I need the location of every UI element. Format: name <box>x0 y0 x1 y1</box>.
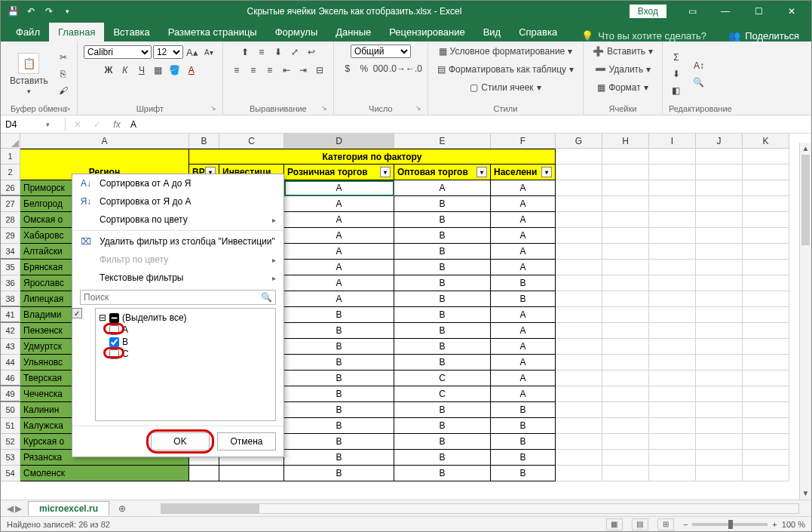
normal-view-icon[interactable]: ▦ <box>606 518 623 530</box>
format-as-table-button[interactable]: ▤Форматировать как таблицу ▾ <box>434 63 577 76</box>
cell[interactable]: A <box>491 244 556 260</box>
row-header[interactable]: 1 <box>1 149 20 165</box>
page-layout-view-icon[interactable]: ▤ <box>632 518 648 530</box>
italic-button[interactable]: К <box>118 63 133 78</box>
tab-home[interactable]: Главная <box>49 23 104 42</box>
horizontal-scrollbar[interactable] <box>161 503 799 514</box>
cell[interactable]: C <box>394 371 491 386</box>
tab-view[interactable]: Вид <box>474 23 510 42</box>
cell[interactable]: A <box>491 196 556 212</box>
checkbox-b[interactable] <box>109 337 119 347</box>
share-button[interactable]: 👥Поделиться <box>728 30 811 42</box>
tab-review[interactable]: Рецензирование <box>380 23 473 42</box>
row-header[interactable]: 53 <box>1 450 20 466</box>
cell[interactable]: B <box>394 275 491 291</box>
row-header[interactable]: 42 <box>1 323 20 339</box>
align-top-icon[interactable]: ⬆ <box>237 45 253 60</box>
comma-icon[interactable]: 000 <box>373 61 388 76</box>
cell[interactable] <box>189 466 219 481</box>
filter-search-input[interactable] <box>84 292 261 303</box>
cell[interactable]: B <box>394 307 491 323</box>
zoom-out-icon[interactable]: − <box>683 520 688 529</box>
cell[interactable]: B <box>284 418 394 434</box>
autosum-icon[interactable]: Σ <box>669 50 684 65</box>
formula-input[interactable] <box>130 119 805 130</box>
zoom-slider[interactable] <box>692 523 768 526</box>
cell[interactable]: A <box>491 180 556 196</box>
filter-values-tree[interactable]: ⊟ (Выделить все) A B C <box>95 308 276 421</box>
col-header[interactable]: D <box>284 134 394 149</box>
cell[interactable]: Населени▾ <box>491 165 556 180</box>
cell[interactable]: B <box>491 418 556 434</box>
cell[interactable]: B <box>491 466 556 481</box>
col-header[interactable]: F <box>491 134 556 149</box>
cell[interactable]: B <box>394 450 491 466</box>
font-size-select[interactable]: 12 <box>153 45 183 59</box>
copy-icon[interactable]: ⎘ <box>56 66 71 81</box>
clear-filter-item[interactable]: ⌧Удалить фильтр из столбца "Инвестиции" <box>72 232 283 251</box>
tab-file[interactable]: Файл <box>7 23 49 42</box>
cell[interactable]: B <box>394 339 491 355</box>
sort-filter-icon[interactable]: A↕ <box>688 58 709 73</box>
sort-color-item[interactable]: Сортировка по цвету▸ <box>72 211 283 229</box>
cancel-formula-icon[interactable]: ✕ <box>72 119 84 130</box>
sheet-nav-prev-icon[interactable]: ◀ <box>7 503 14 514</box>
cell[interactable]: B <box>284 386 394 402</box>
cell[interactable]: B <box>394 355 491 371</box>
filter-icon[interactable]: ▾ <box>380 167 391 177</box>
sort-az-item[interactable]: A↓Сортировка от А до Я <box>72 174 283 192</box>
font-color-icon[interactable]: A <box>184 63 199 78</box>
indent-increase-icon[interactable]: ⇥ <box>296 63 311 78</box>
tab-layout[interactable]: Разметка страницы <box>159 23 266 42</box>
cell[interactable]: B <box>491 402 556 418</box>
row-header[interactable]: 44 <box>1 355 20 371</box>
col-header[interactable]: C <box>219 134 284 149</box>
col-header[interactable]: I <box>649 134 696 149</box>
row-header[interactable]: 27 <box>1 196 20 212</box>
row-header[interactable]: 46 <box>1 371 20 386</box>
cell[interactable]: B <box>284 323 394 339</box>
row-header[interactable]: 52 <box>1 434 20 450</box>
indent-decrease-icon[interactable]: ⇤ <box>279 63 294 78</box>
cell[interactable]: C <box>394 386 491 402</box>
cell[interactable]: B <box>284 450 394 466</box>
increase-decimal-icon[interactable]: .0→ <box>390 61 405 76</box>
login-button[interactable]: Вход <box>630 5 666 18</box>
cell[interactable]: A <box>491 228 556 244</box>
cell-styles-button[interactable]: ▢Стили ячеек ▾ <box>467 81 544 94</box>
row-header[interactable]: 26 <box>1 180 20 196</box>
row-header[interactable]: 2 <box>1 165 20 180</box>
dialog-launcher-icon[interactable]: ↘ <box>65 104 71 112</box>
name-box-input[interactable] <box>5 119 43 130</box>
spreadsheet-grid[interactable]: A B C D E F G H I J K 1 Категория по фак… <box>1 134 811 500</box>
align-left-icon[interactable]: ≡ <box>229 63 244 78</box>
bold-button[interactable]: Ж <box>101 63 116 78</box>
format-cells-button[interactable]: ▦Формат ▾ <box>594 81 651 94</box>
wrap-text-icon[interactable]: ↩ <box>304 45 319 60</box>
cell[interactable]: B <box>394 291 491 307</box>
row-header[interactable]: 43 <box>1 339 20 355</box>
filter-icon[interactable]: ▾ <box>541 167 552 177</box>
sort-za-item[interactable]: Я↓Сортировка от Я до А <box>72 192 283 211</box>
border-icon[interactable]: ▦ <box>151 63 166 78</box>
cell[interactable]: B <box>491 275 556 291</box>
undo-icon[interactable]: ↶ <box>25 5 37 17</box>
filter-icon[interactable]: ▾ <box>476 167 487 177</box>
select-all-node[interactable]: ⊟ (Выделить все) <box>99 312 272 324</box>
cell[interactable]: B <box>394 323 491 339</box>
cell[interactable]: B <box>394 196 491 212</box>
cell[interactable]: B <box>394 228 491 244</box>
col-header[interactable]: H <box>602 134 649 149</box>
close-icon[interactable]: ✕ <box>777 1 807 22</box>
tab-insert[interactable]: Вставка <box>104 23 158 42</box>
fx-icon[interactable]: fx <box>111 119 123 130</box>
clear-icon[interactable]: ◧ <box>669 83 684 98</box>
row-header[interactable]: 50 <box>1 402 20 418</box>
cell[interactable]: Категория по фактору <box>189 149 556 165</box>
cell[interactable]: Смоленск <box>20 466 189 481</box>
cell[interactable]: B <box>394 466 491 481</box>
format-painter-icon[interactable]: 🖌 <box>56 83 71 98</box>
cell[interactable]: B <box>394 244 491 260</box>
cell[interactable]: A <box>491 260 556 275</box>
redo-icon[interactable]: ↷ <box>43 5 55 17</box>
